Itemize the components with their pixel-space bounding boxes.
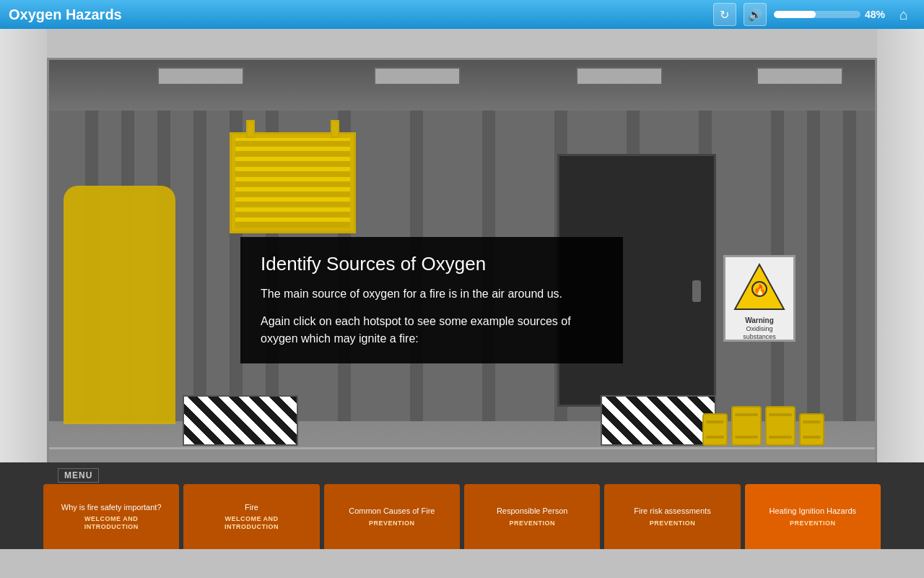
tab-4-subtitle: PREVENTION	[509, 519, 555, 527]
slide-frame: 🔥 Warning Oxidising substances Identify …	[47, 58, 877, 520]
vent-grille	[235, 138, 350, 228]
vent-duct[interactable]	[230, 132, 356, 233]
app-title: Oxygen Hazards	[9, 7, 122, 23]
warning-sign-hotspot[interactable]: 🔥 Warning Oxidising substances	[723, 255, 796, 342]
warning-triangle: 🔥	[733, 262, 785, 314]
info-body-p1: The main source of oxygen for a fire is …	[261, 285, 603, 303]
top-bar: Oxygen Hazards ↻ 🔊 48% ⌂	[0, 0, 924, 29]
tab-1-subtitle: WELCOME ANDINTRODUCTION	[84, 515, 139, 531]
vent-pipe-left	[246, 120, 255, 138]
home-button[interactable]: ⌂	[892, 3, 915, 26]
door-handle	[692, 280, 701, 302]
main-area: 🔥 Warning Oxidising substances Identify …	[0, 29, 924, 549]
volume-button[interactable]: 🔊	[744, 3, 767, 26]
ceiling-light-2	[374, 67, 461, 85]
wall-stripe	[807, 111, 820, 421]
bottom-bar: MENU Why is fire safety important? WELCO…	[0, 462, 924, 549]
info-panel: Identify Sources of Oxygen The main sour…	[240, 237, 623, 363]
barrel-1	[702, 413, 728, 446]
tab-fire-risk[interactable]: Fire risk assessments PREVENTION	[604, 484, 740, 549]
warning-label: Warning Oxidising substances	[730, 316, 789, 341]
progress-bar	[774, 11, 860, 18]
tab-heating-ignition[interactable]: Heating Ignition Hazards PREVENTION	[745, 484, 881, 549]
tab-fire[interactable]: Fire WELCOME ANDINTRODUCTION	[183, 484, 319, 549]
tab-2-title: Fire	[245, 502, 258, 512]
yellow-figure	[64, 186, 175, 446]
barrel-4	[799, 413, 824, 446]
tab-3-subtitle: PREVENTION	[369, 519, 415, 527]
floor-line	[49, 447, 875, 449]
reload-button[interactable]: ↻	[713, 3, 736, 26]
wall-stripe	[193, 111, 206, 421]
barrel-3	[765, 406, 796, 446]
top-controls: ↻ 🔊 48% ⌂	[713, 3, 915, 26]
vent-pipe-right	[331, 120, 339, 138]
tab-5-title: Fire risk assessments	[634, 506, 710, 516]
progress-label: 48%	[865, 9, 885, 20]
barrel-2	[731, 406, 762, 446]
ceiling-light-4	[757, 67, 843, 85]
svg-text:🔥: 🔥	[754, 284, 767, 296]
tab-2-subtitle: WELCOME ANDINTRODUCTION	[225, 515, 279, 531]
progress-bar-fill	[774, 11, 816, 18]
slide-background: 🔥 Warning Oxidising substances Identify …	[49, 60, 875, 518]
tab-why-fire-safety[interactable]: Why is fire safety important? WELCOME AN…	[43, 484, 179, 549]
tab-responsible-person[interactable]: Responsible Person PREVENTION	[464, 484, 600, 549]
tab-5-subtitle: PREVENTION	[650, 519, 696, 527]
nav-tabs: Why is fire safety important? WELCOME AN…	[43, 477, 881, 549]
tab-6-title: Heating Ignition Hazards	[770, 506, 856, 516]
tab-1-title: Why is fire safety important?	[61, 502, 162, 512]
barrier-left	[183, 395, 298, 446]
tab-3-title: Common Causes of Fire	[349, 506, 435, 516]
ceiling-light-1	[157, 67, 244, 85]
barrier-right	[601, 395, 716, 446]
info-body: The main source of oxygen for a fire is …	[261, 285, 603, 348]
tab-6-subtitle: PREVENTION	[790, 519, 836, 527]
ceiling	[49, 60, 875, 118]
progress-container: 48%	[774, 9, 885, 20]
ceiling-light-3	[576, 67, 663, 85]
info-title: Identify Sources of Oxygen	[261, 253, 603, 275]
tab-4-title: Responsible Person	[497, 506, 567, 516]
tab-common-causes[interactable]: Common Causes of Fire PREVENTION	[324, 484, 460, 549]
wall-stripe	[843, 111, 856, 421]
info-body-p2: Again click on each hotspot to see some …	[261, 313, 603, 348]
barrel-group[interactable]	[702, 406, 824, 446]
